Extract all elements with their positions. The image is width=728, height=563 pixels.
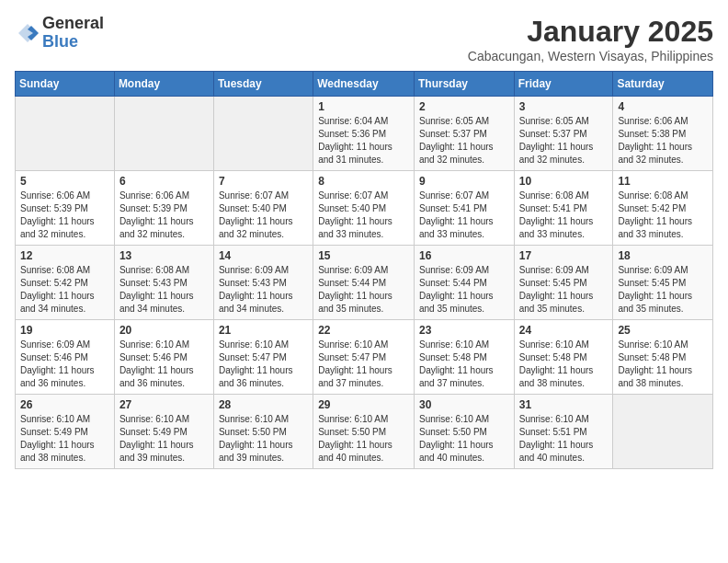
day-number: 1 [318, 100, 409, 113]
table-row: 18Sunrise: 6:09 AM Sunset: 5:45 PM Dayli… [613, 246, 713, 320]
table-row: 31Sunrise: 6:10 AM Sunset: 5:51 PM Dayli… [514, 395, 613, 469]
day-info: Sunrise: 6:06 AM Sunset: 5:38 PM Dayligh… [618, 115, 708, 167]
day-info: Sunrise: 6:10 AM Sunset: 5:48 PM Dayligh… [618, 339, 708, 390]
table-row: 25Sunrise: 6:10 AM Sunset: 5:48 PM Dayli… [613, 320, 713, 395]
day-info: Sunrise: 6:10 AM Sunset: 5:50 PM Dayligh… [219, 413, 308, 465]
day-info: Sunrise: 6:10 AM Sunset: 5:50 PM Dayligh… [318, 413, 409, 465]
logo: General Blue [15, 15, 104, 52]
table-row: 11Sunrise: 6:08 AM Sunset: 5:42 PM Dayli… [613, 171, 713, 246]
table-row: 14Sunrise: 6:09 AM Sunset: 5:43 PM Dayli… [213, 246, 313, 320]
day-number: 27 [119, 398, 209, 411]
day-info: Sunrise: 6:05 AM Sunset: 5:37 PM Dayligh… [419, 115, 509, 167]
table-row: 22Sunrise: 6:10 AM Sunset: 5:47 PM Dayli… [313, 320, 415, 395]
day-number: 2 [419, 100, 509, 113]
day-number: 22 [318, 324, 409, 337]
day-info: Sunrise: 6:06 AM Sunset: 5:39 PM Dayligh… [119, 190, 209, 241]
table-row: 15Sunrise: 6:09 AM Sunset: 5:44 PM Dayli… [313, 246, 415, 320]
logo-icon [15, 20, 40, 46]
day-info: Sunrise: 6:10 AM Sunset: 5:47 PM Dayligh… [318, 339, 409, 390]
table-row: 28Sunrise: 6:10 AM Sunset: 5:50 PM Dayli… [213, 395, 313, 469]
day-info: Sunrise: 6:08 AM Sunset: 5:41 PM Dayligh… [519, 190, 609, 241]
table-row: 10Sunrise: 6:08 AM Sunset: 5:41 PM Dayli… [514, 171, 613, 246]
table-row: 6Sunrise: 6:06 AM Sunset: 5:39 PM Daylig… [114, 171, 213, 246]
day-number: 5 [20, 175, 109, 188]
table-row: 17Sunrise: 6:09 AM Sunset: 5:45 PM Dayli… [514, 246, 613, 320]
day-number: 26 [20, 398, 109, 411]
header-sunday: Sunday [16, 72, 115, 97]
day-info: Sunrise: 6:05 AM Sunset: 5:37 PM Dayligh… [519, 115, 609, 167]
header-saturday: Saturday [613, 72, 713, 97]
title-month: January 2025 [468, 15, 713, 49]
table-row: 24Sunrise: 6:10 AM Sunset: 5:48 PM Dayli… [514, 320, 613, 395]
day-number: 7 [219, 175, 308, 188]
calendar-week-row: 5Sunrise: 6:06 AM Sunset: 5:39 PM Daylig… [16, 171, 713, 246]
day-info: Sunrise: 6:06 AM Sunset: 5:39 PM Dayligh… [20, 190, 109, 241]
day-number: 18 [618, 249, 708, 262]
day-number: 24 [519, 324, 609, 337]
day-number: 10 [519, 175, 609, 188]
weekday-header-row: Sunday Monday Tuesday Wednesday Thursday… [16, 72, 713, 97]
table-row: 19Sunrise: 6:09 AM Sunset: 5:46 PM Dayli… [16, 320, 115, 395]
day-number: 12 [20, 249, 109, 262]
table-row: 16Sunrise: 6:09 AM Sunset: 5:44 PM Dayli… [414, 246, 514, 320]
day-number: 3 [519, 100, 609, 113]
day-number: 25 [618, 324, 708, 337]
table-row: 9Sunrise: 6:07 AM Sunset: 5:41 PM Daylig… [414, 171, 514, 246]
table-row: 29Sunrise: 6:10 AM Sunset: 5:50 PM Dayli… [313, 395, 415, 469]
day-number: 19 [20, 324, 109, 337]
table-row: 3Sunrise: 6:05 AM Sunset: 5:37 PM Daylig… [514, 97, 613, 171]
day-info: Sunrise: 6:10 AM Sunset: 5:49 PM Dayligh… [119, 413, 209, 465]
logo-text: General Blue [42, 15, 104, 52]
day-info: Sunrise: 6:07 AM Sunset: 5:41 PM Dayligh… [419, 190, 509, 241]
title-block: January 2025 Cabacungan, Western Visayas… [468, 15, 713, 63]
calendar-week-row: 1Sunrise: 6:04 AM Sunset: 5:36 PM Daylig… [16, 97, 713, 171]
day-info: Sunrise: 6:10 AM Sunset: 5:48 PM Dayligh… [419, 339, 509, 390]
day-number: 29 [318, 398, 409, 411]
day-info: Sunrise: 6:10 AM Sunset: 5:49 PM Dayligh… [20, 413, 109, 465]
logo-blue: Blue [42, 33, 104, 52]
logo-general: General [42, 15, 104, 33]
calendar-week-row: 12Sunrise: 6:08 AM Sunset: 5:42 PM Dayli… [16, 246, 713, 320]
day-number: 6 [119, 175, 209, 188]
table-row: 8Sunrise: 6:07 AM Sunset: 5:40 PM Daylig… [313, 171, 415, 246]
day-number: 31 [519, 398, 609, 411]
day-info: Sunrise: 6:09 AM Sunset: 5:45 PM Dayligh… [618, 264, 708, 316]
day-number: 16 [419, 249, 509, 262]
day-number: 13 [119, 249, 209, 262]
day-info: Sunrise: 6:09 AM Sunset: 5:44 PM Dayligh… [419, 264, 509, 316]
table-row: 27Sunrise: 6:10 AM Sunset: 5:49 PM Dayli… [114, 395, 213, 469]
day-number: 20 [119, 324, 209, 337]
calendar-week-row: 19Sunrise: 6:09 AM Sunset: 5:46 PM Dayli… [16, 320, 713, 395]
header-monday: Monday [114, 72, 213, 97]
table-row: 20Sunrise: 6:10 AM Sunset: 5:46 PM Dayli… [114, 320, 213, 395]
header-tuesday: Tuesday [213, 72, 313, 97]
header-thursday: Thursday [414, 72, 514, 97]
page-header: General Blue January 2025 Cabacungan, We… [15, 15, 713, 63]
day-info: Sunrise: 6:07 AM Sunset: 5:40 PM Dayligh… [219, 190, 308, 241]
day-info: Sunrise: 6:09 AM Sunset: 5:45 PM Dayligh… [519, 264, 609, 316]
table-row: 1Sunrise: 6:04 AM Sunset: 5:36 PM Daylig… [313, 97, 415, 171]
day-number: 9 [419, 175, 509, 188]
day-number: 11 [618, 175, 708, 188]
table-row [213, 97, 313, 171]
day-info: Sunrise: 6:08 AM Sunset: 5:43 PM Dayligh… [119, 264, 209, 316]
day-info: Sunrise: 6:10 AM Sunset: 5:51 PM Dayligh… [519, 413, 609, 465]
table-row: 5Sunrise: 6:06 AM Sunset: 5:39 PM Daylig… [16, 171, 115, 246]
title-location: Cabacungan, Western Visayas, Philippines [468, 49, 713, 63]
table-row: 13Sunrise: 6:08 AM Sunset: 5:43 PM Dayli… [114, 246, 213, 320]
table-row: 12Sunrise: 6:08 AM Sunset: 5:42 PM Dayli… [16, 246, 115, 320]
calendar-table: Sunday Monday Tuesday Wednesday Thursday… [15, 71, 713, 469]
table-row [16, 97, 115, 171]
day-info: Sunrise: 6:08 AM Sunset: 5:42 PM Dayligh… [618, 190, 708, 241]
day-number: 23 [419, 324, 509, 337]
day-number: 4 [618, 100, 708, 113]
table-row: 4Sunrise: 6:06 AM Sunset: 5:38 PM Daylig… [613, 97, 713, 171]
day-number: 8 [318, 175, 409, 188]
table-row: 21Sunrise: 6:10 AM Sunset: 5:47 PM Dayli… [213, 320, 313, 395]
table-row: 26Sunrise: 6:10 AM Sunset: 5:49 PM Dayli… [16, 395, 115, 469]
table-row [613, 395, 713, 469]
day-info: Sunrise: 6:09 AM Sunset: 5:46 PM Dayligh… [20, 339, 109, 390]
day-number: 21 [219, 324, 308, 337]
day-number: 28 [219, 398, 308, 411]
day-info: Sunrise: 6:09 AM Sunset: 5:44 PM Dayligh… [318, 264, 409, 316]
